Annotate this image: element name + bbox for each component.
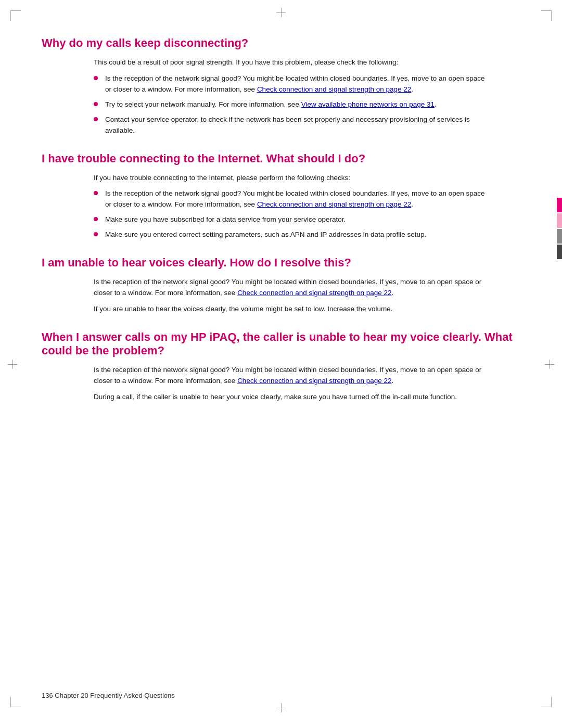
section-2-bullet-list: Is the reception of the network signal g… xyxy=(94,188,489,240)
section-caller-cant-hear: When I answer calls on my HP iPAQ, the c… xyxy=(42,330,520,403)
list-item: Is the reception of the network signal g… xyxy=(94,73,489,95)
bullet-dot xyxy=(94,102,98,106)
section-title-2: I have trouble connecting to the Interne… xyxy=(42,152,520,165)
section-3-para-2: If you are unable to hear the voices cle… xyxy=(94,304,489,315)
section-3-para-1: Is the reception of the network signal g… xyxy=(94,277,489,299)
section-title-4: When I answer calls on my HP iPAQ, the c… xyxy=(42,330,520,357)
section-4-para-1: Is the reception of the network signal g… xyxy=(94,365,489,387)
corner-mark-br xyxy=(541,697,552,707)
crosshair-left xyxy=(8,360,17,369)
bullet-text: Contact your service operator, to check … xyxy=(105,114,489,136)
side-tab-pink xyxy=(557,198,562,212)
section-2-intro: If you have trouble connecting to the In… xyxy=(94,173,489,184)
bullet-text: Is the reception of the network signal g… xyxy=(105,188,489,210)
bullet-dot xyxy=(94,232,98,236)
section-title-3: I am unable to hear voices clearly. How … xyxy=(42,256,520,270)
corner-mark-bl xyxy=(10,697,21,707)
section-2-content: If you have trouble connecting to the In… xyxy=(94,173,489,241)
link-view-networks[interactable]: View available phone networks on page 31 xyxy=(301,100,435,108)
section-1-intro: This could be a result of poor signal st… xyxy=(94,57,489,68)
link-check-connection-2[interactable]: Check connection and signal strength on … xyxy=(257,200,411,208)
list-item: Make sure you entered correct setting pa… xyxy=(94,229,489,240)
page: Why do my calls keep disconnecting? This… xyxy=(0,0,562,728)
crosshair-top xyxy=(276,8,286,17)
side-tabs-top xyxy=(557,198,562,259)
corner-mark-tr xyxy=(541,10,552,21)
bullet-text: Make sure you entered correct setting pa… xyxy=(105,229,426,240)
list-item: Try to select your network manually. For… xyxy=(94,99,489,110)
list-item: Is the reception of the network signal g… xyxy=(94,188,489,210)
section-4-content: Is the reception of the network signal g… xyxy=(94,365,489,403)
section-title-1: Why do my calls keep disconnecting? xyxy=(42,36,520,50)
bullet-dot xyxy=(94,217,98,221)
section-calls-disconnecting: Why do my calls keep disconnecting? This… xyxy=(42,36,520,136)
crosshair-bottom xyxy=(276,703,286,712)
bullet-dot xyxy=(94,76,98,80)
list-item: Contact your service operator, to check … xyxy=(94,114,489,136)
section-internet-trouble: I have trouble connecting to the Interne… xyxy=(42,152,520,241)
bullet-text: Try to select your network manually. For… xyxy=(105,99,437,110)
bullet-dot xyxy=(94,191,98,195)
section-3-content: Is the reception of the network signal g… xyxy=(94,277,489,315)
link-check-connection-1[interactable]: Check connection and signal strength on … xyxy=(257,85,411,93)
side-tab-gray xyxy=(557,229,562,244)
bullet-text: Is the reception of the network signal g… xyxy=(105,73,489,95)
section-4-para-2: During a call, if the caller is unable t… xyxy=(94,392,489,403)
section-1-bullet-list: Is the reception of the network signal g… xyxy=(94,73,489,136)
bullet-dot xyxy=(94,117,98,121)
link-check-connection-4[interactable]: Check connection and signal strength on … xyxy=(237,377,391,385)
corner-mark-tl xyxy=(10,10,21,21)
link-check-connection-3[interactable]: Check connection and signal strength on … xyxy=(237,289,391,297)
side-tab-light-pink xyxy=(557,213,562,228)
crosshair-right xyxy=(545,360,554,369)
section-hear-voices: I am unable to hear voices clearly. How … xyxy=(42,256,520,315)
side-tab-dark-gray xyxy=(557,245,562,259)
footer-text: 136 Chapter 20 Frequently Asked Question… xyxy=(42,692,175,699)
section-1-content: This could be a result of poor signal st… xyxy=(94,57,489,136)
bullet-text: Make sure you have subscribed for a data… xyxy=(105,214,346,225)
list-item: Make sure you have subscribed for a data… xyxy=(94,214,489,225)
